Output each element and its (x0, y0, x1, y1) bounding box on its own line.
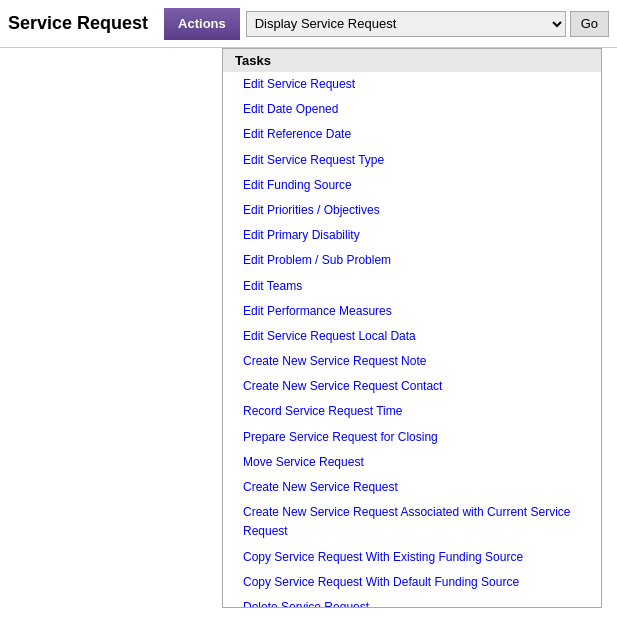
header-bar: Service Request Actions Display Service … (0, 0, 617, 48)
menu-item-tasks-6[interactable]: Edit Primary Disability (223, 223, 601, 248)
menu-item-tasks-3[interactable]: Edit Service Request Type (223, 148, 601, 173)
menu-item-tasks-17[interactable]: Create New Service Request Associated wi… (223, 500, 601, 544)
menu-item-tasks-9[interactable]: Edit Performance Measures (223, 299, 601, 324)
menu-item-tasks-10[interactable]: Edit Service Request Local Data (223, 324, 601, 349)
menu-item-tasks-2[interactable]: Edit Reference Date (223, 122, 601, 147)
menu-item-tasks-4[interactable]: Edit Funding Source (223, 173, 601, 198)
menu-item-tasks-0[interactable]: Edit Service Request (223, 72, 601, 97)
page-title: Service Request (8, 13, 148, 34)
menu-item-tasks-16[interactable]: Create New Service Request (223, 475, 601, 500)
actions-button[interactable]: Actions (164, 8, 240, 40)
menu-item-tasks-11[interactable]: Create New Service Request Note (223, 349, 601, 374)
menu-item-tasks-13[interactable]: Record Service Request Time (223, 399, 601, 424)
menu-item-tasks-14[interactable]: Prepare Service Request for Closing (223, 425, 601, 450)
display-select[interactable]: Display Service Request (246, 11, 566, 37)
menu-item-tasks-8[interactable]: Edit Teams (223, 274, 601, 299)
menu-item-tasks-15[interactable]: Move Service Request (223, 450, 601, 475)
menu-item-tasks-20[interactable]: Delete Service Request (223, 595, 601, 608)
menu-item-tasks-12[interactable]: Create New Service Request Contact (223, 374, 601, 399)
menu-item-tasks-19[interactable]: Copy Service Request With Default Fundin… (223, 570, 601, 595)
menu-item-tasks-7[interactable]: Edit Problem / Sub Problem (223, 248, 601, 273)
header-right: Display Service Request Go (246, 11, 609, 37)
menu-item-tasks-5[interactable]: Edit Priorities / Objectives (223, 198, 601, 223)
menu-item-tasks-18[interactable]: Copy Service Request With Existing Fundi… (223, 545, 601, 570)
menu-item-tasks-1[interactable]: Edit Date Opened (223, 97, 601, 122)
dropdown-menu: TasksEdit Service RequestEdit Date Opene… (222, 48, 602, 608)
section-header-tasks: Tasks (223, 49, 601, 72)
go-button[interactable]: Go (570, 11, 609, 37)
